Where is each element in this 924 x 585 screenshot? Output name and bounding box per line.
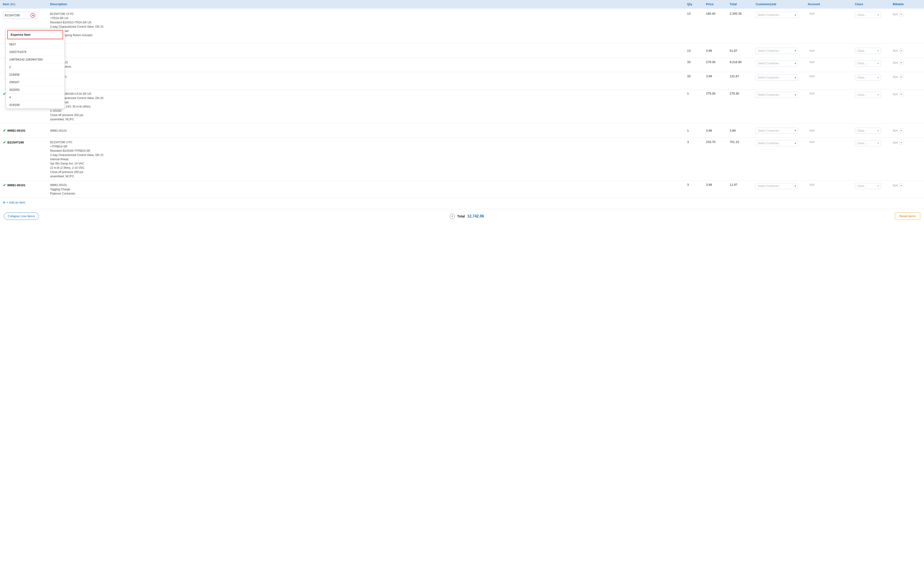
billable-btn-row5[interactable]: ▾	[899, 129, 904, 133]
add-item-label: + Add an item	[7, 201, 25, 204]
total-cell-row1: 2,345.26	[730, 12, 756, 15]
dropdown-option-302003[interactable]: 302003	[6, 86, 64, 94]
class-select-row1[interactable]: Class... ▾	[855, 12, 881, 18]
price-cell-row5: 3.99	[706, 129, 730, 132]
item-check-icon-row5: ✔	[3, 129, 6, 133]
class-select-row6[interactable]: Class... ▾	[855, 140, 881, 146]
description-cell-row1: B215HT290 13 PC+TR24-SR USReorder# B2A5S…	[50, 12, 687, 41]
item-input-row1[interactable]: B215HT290 ▾	[3, 12, 37, 19]
class-select-row7[interactable]: Class... ▾	[855, 183, 881, 189]
dropdown-option-148766142[interactable]: 148766142-1063947350	[6, 56, 64, 63]
price-cell-row7: 3.99	[706, 183, 730, 186]
dropdown-option-218458[interactable]: 218458	[6, 71, 64, 79]
table-row: B215HT290 ▾ Expense Item 0637 1002751979…	[0, 8, 924, 44]
table-row: ✔ 99981-00101 99981-00101Tagging ChargeP…	[0, 181, 924, 198]
class-chevron-row2: ▾	[878, 49, 879, 53]
description-cell-row5: 99981-00101	[50, 129, 687, 133]
item-dropdown-chevron[interactable]: ▾	[30, 13, 35, 18]
customer-select-row1[interactable]: Select Customer... ▾	[756, 12, 798, 18]
price-cell-row2: 3.99	[706, 49, 730, 53]
account-cell-row2: N/A	[808, 49, 855, 53]
description-cell-row3b: 5 in-lb (4Nm)· 200 psi·	[50, 74, 687, 87]
account-cell-row3b: N/A	[808, 74, 855, 78]
customer-select-row7[interactable]: Select Customer... ▾	[756, 183, 798, 189]
class-chevron-row4: ▾	[878, 93, 879, 96]
customer-chevron-row5: ▾	[795, 129, 796, 132]
customer-select-row2[interactable]: Select Customer... ▾	[756, 48, 798, 54]
customer-select-row3b[interactable]: Select Customer... ▾	[756, 74, 798, 81]
customer-cell-row5: Select Customer... ▾	[756, 128, 808, 134]
billable-cell-row4: N/A ▾	[893, 92, 921, 96]
billable-cell-row3b: N/A ▾	[893, 74, 921, 79]
price-cell-row6: 233.70	[706, 140, 730, 144]
col-description: Description	[50, 2, 687, 6]
customer-select-row5[interactable]: Select Customer... ▾	[756, 128, 798, 134]
qty-cell-row5: 1	[687, 129, 706, 132]
dropdown-option-1002751979[interactable]: 1002751979	[6, 48, 64, 56]
billable-btn-row6[interactable]: ▾	[899, 140, 904, 145]
table-body: B215HT290 ▾ Expense Item 0637 1002751979…	[0, 8, 924, 198]
col-price: Price	[706, 2, 730, 6]
class-select-row3[interactable]: Class... ▾	[855, 60, 881, 66]
item-name-row7: 99981-00101	[7, 183, 26, 187]
table-row: +LF24-SR USed Control Valve, 33 279.30 9…	[0, 58, 924, 72]
add-item-row[interactable]: ⊕ + Add an item	[0, 198, 924, 207]
class-select-row5[interactable]: Class... ▾	[855, 128, 881, 134]
customer-select-row4[interactable]: Select Customer... ▾	[756, 92, 798, 98]
class-chevron-row3b: ▾	[878, 76, 879, 79]
table-row: 5 in-lb (4Nm)· 200 psi· 33 3.99 131.67 S…	[0, 72, 924, 89]
qty-cell-row7: 3	[687, 183, 706, 186]
class-chevron-row1: ▾	[878, 13, 879, 16]
item-name-row5: 99981-00101	[7, 129, 26, 132]
add-item-icon: ⊕	[3, 201, 5, 204]
col-qty: Qty	[687, 2, 706, 6]
table-row: ✔ B215HT290 B215HT290 3 PC+TFRB24-SRReor…	[0, 138, 924, 181]
class-select-row4[interactable]: Class... ▾	[855, 92, 881, 98]
description-cell-row6: B215HT290 3 PC+TFRB24-SRReorder# B2A5S6+…	[50, 140, 687, 178]
billable-btn-row4[interactable]: ▾	[899, 92, 904, 96]
class-select-row2[interactable]: Class... ▾	[855, 48, 881, 54]
class-select-row3b[interactable]: Class... ▾	[855, 74, 881, 81]
total-amount: 12,742.06	[467, 214, 484, 218]
billable-btn-row2[interactable]: ▾	[899, 48, 904, 53]
account-cell-row5: N/A	[808, 129, 855, 132]
customer-cell-row3b: Select Customer... ▾	[756, 74, 808, 81]
col-class: Class	[855, 2, 893, 6]
dropdown-option-419109[interactable]: 419109	[6, 101, 64, 109]
reset-items-button[interactable]: Reset Items	[895, 213, 920, 220]
class-chevron-row5: ▾	[878, 129, 879, 132]
collapse-line-items-button[interactable]: Collapse Line Items	[4, 213, 39, 220]
description-cell-row4: Reorder# B2BAS6+LF24-SR US2-way Characte…	[50, 92, 687, 122]
qty-cell-row6: 3	[687, 140, 706, 144]
class-cell-row3: Class... ▾	[855, 60, 893, 66]
item-dropdown-popup: Expense Item 0637 1002751979 148766142-1…	[6, 28, 65, 109]
item-name-row6: B215HT290	[7, 141, 24, 144]
total-cell-row3: 9,216.90	[730, 60, 756, 64]
description-cell-row7: 99981-00101Tagging ChargePlatinum Contra…	[50, 183, 687, 196]
class-chevron-row3: ▾	[878, 62, 879, 65]
customer-chevron-row4: ▾	[795, 93, 796, 96]
billable-btn-row3[interactable]: ▾	[899, 60, 904, 65]
total-section: ▾ Total 12,742.06	[450, 214, 484, 219]
class-cell-row5: Class... ▾	[855, 128, 893, 134]
class-chevron-row7: ▾	[878, 185, 879, 188]
billable-btn-row3b[interactable]: ▾	[899, 74, 904, 79]
dropdown-option-256347[interactable]: 256347	[6, 79, 64, 86]
class-cell-row6: Class... ▾	[855, 140, 893, 146]
customer-select-row6[interactable]: Select Customer... ▾	[756, 140, 798, 146]
dropdown-option-0637[interactable]: 0637	[6, 41, 64, 48]
col-account: Account	[808, 2, 855, 6]
customer-chevron-row7: ▾	[795, 185, 796, 188]
customer-cell-row7: Select Customer... ▾	[756, 183, 808, 189]
total-icon: ▾	[450, 214, 455, 219]
billable-cell-row2: N/A ▾	[893, 48, 921, 53]
expense-item-header: Expense Item	[7, 30, 63, 39]
table-footer: Collapse Line Items ▾ Total 12,742.06 Re…	[0, 209, 924, 223]
billable-btn-row1[interactable]: ▾	[899, 12, 904, 16]
dropdown-option-4[interactable]: 4	[6, 94, 64, 101]
class-cell-row1: Class... ▾	[855, 12, 893, 18]
dropdown-option-2[interactable]: 2	[6, 63, 64, 71]
billable-btn-row7[interactable]: ▾	[899, 183, 904, 188]
customer-select-row3[interactable]: Select Customer... ▾	[756, 60, 798, 66]
item-cell-row6: ✔ B215HT290	[3, 140, 50, 145]
